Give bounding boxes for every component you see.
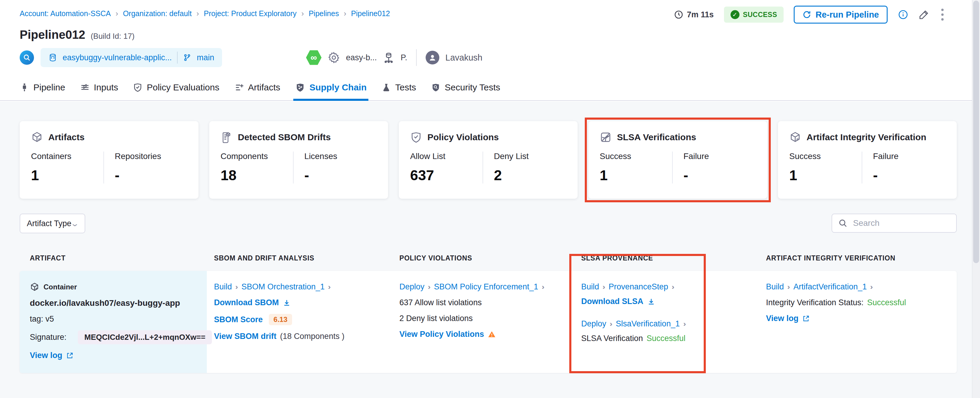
shield-search-icon	[431, 83, 441, 92]
sbom-score-badge: 6.13	[269, 314, 293, 325]
stat-label: Repositories	[115, 152, 187, 161]
download-slsa-link[interactable]: Download SLSA	[581, 297, 643, 306]
chevron-right-icon: ›	[683, 320, 686, 328]
sbom-document-icon	[221, 131, 232, 143]
harness-trigger-icon: ∞	[306, 50, 321, 66]
slsa-verify-step-link[interactable]: SlsaVerification_1	[616, 319, 680, 328]
run-duration: 7m 11s	[674, 10, 714, 19]
breadcrumb-pipeline012[interactable]: Pipeline012	[351, 9, 390, 18]
build-id: (Build Id: 17)	[91, 32, 134, 41]
external-link-icon[interactable]	[802, 315, 810, 323]
rerun-pipeline-button[interactable]: Re-run Pipeline	[794, 6, 888, 24]
sbom-step-link[interactable]: SBOM Orchestration_1	[242, 282, 325, 291]
stat-label: Success	[600, 152, 672, 161]
vertical-scrollbar[interactable]	[972, 0, 980, 398]
page-title: Pipeline012	[20, 28, 85, 42]
stat-value: -	[683, 167, 756, 184]
allow-list-violations: 637 Allow list violations	[399, 298, 572, 307]
signature-value[interactable]: MEQCICde2Vjl...L+2+mqnOXw==	[78, 330, 212, 344]
download-icon[interactable]	[647, 297, 655, 306]
artifact-type-dropdown[interactable]: Artifact Type ⌄	[20, 214, 85, 233]
breadcrumb-project[interactable]: Project: Product Exploratory	[204, 9, 297, 18]
slsa-provenance-stage-link[interactable]: Build	[581, 282, 599, 291]
policy-step-link[interactable]: SBOM Policy Enforcement_1	[434, 282, 538, 291]
trigger-name[interactable]: easy-b...	[346, 53, 377, 62]
trigger-suffix: P.	[401, 53, 407, 62]
chevron-right-icon: ›	[671, 283, 675, 291]
supply-chain-shield-icon	[295, 82, 305, 93]
artifact-type-label: Container	[43, 283, 77, 291]
repo-name-link[interactable]: easybuggy-vulnerable-applic...	[63, 53, 172, 62]
policy-stage-link[interactable]: Deploy	[399, 282, 425, 291]
user-name: Lavakush	[445, 53, 482, 63]
divider	[416, 49, 417, 66]
card-artifacts: Artifacts Containers1 Repositories-	[20, 121, 199, 199]
branch-name-link[interactable]: main	[197, 53, 214, 62]
ci-module-icon	[20, 50, 34, 65]
gear-icon	[328, 51, 340, 64]
chevron-right-icon: ›	[116, 9, 118, 18]
chevron-right-icon: ›	[602, 283, 605, 291]
slsa-provenance-step-link[interactable]: ProvenanceStep	[609, 282, 668, 291]
stat-value: 18	[221, 167, 293, 184]
pipeline-icon	[20, 83, 29, 92]
stat-label: Failure	[683, 152, 756, 161]
card-sbom-drifts: Detected SBOM Drifts Components18 Licens…	[209, 121, 388, 199]
refresh-icon	[802, 10, 811, 19]
breadcrumb-account[interactable]: Account: Automation-SSCA	[20, 9, 111, 18]
search-input[interactable]	[853, 218, 949, 228]
deny-list-violations: 2 Deny list violations	[399, 314, 572, 323]
chevron-right-icon: ›	[196, 9, 199, 18]
chevron-right-icon: ›	[344, 9, 346, 18]
slsa-verify-stage-link[interactable]: Deploy	[581, 319, 606, 328]
tab-tests[interactable]: Tests	[382, 75, 416, 100]
service-icon	[383, 52, 395, 64]
stat-value: -	[873, 167, 945, 184]
external-link-icon[interactable]	[66, 352, 74, 360]
stat-value: 1	[789, 167, 862, 184]
view-sbom-drift-link[interactable]: View SBOM drift	[214, 332, 277, 341]
column-header-slsa: SLSA PROVENANCE	[581, 254, 653, 262]
tab-supply-chain[interactable]: Supply Chain	[295, 75, 367, 100]
artifacts-list-icon	[234, 83, 244, 92]
column-header-sbom: SBOM AND DRIFT ANALYSIS	[214, 254, 315, 262]
page-header: Account: Automation-SSCA › Organization:…	[0, 0, 972, 75]
download-icon[interactable]	[283, 299, 291, 307]
stat-value: 1	[31, 167, 103, 184]
warning-triangle-icon	[488, 330, 496, 339]
integrity-status-label: Integrity Verification Status:	[766, 298, 864, 307]
pipeline-tabs: Pipeline Inputs Policy Evaluations Artif…	[0, 75, 972, 101]
cube-icon	[31, 131, 43, 143]
breadcrumb: Account: Automation-SSCA › Organization:…	[20, 9, 390, 18]
more-options-kebab-icon[interactable]	[939, 7, 945, 22]
sbom-stage-link[interactable]: Build	[214, 282, 232, 291]
divider	[177, 52, 178, 64]
slsa-status-value: Successful	[646, 334, 686, 343]
tab-inputs[interactable]: Inputs	[80, 75, 118, 100]
artifact-tag: tag: v5	[30, 315, 203, 324]
tab-policy-evaluations[interactable]: Policy Evaluations	[133, 75, 219, 100]
breadcrumb-pipelines[interactable]: Pipelines	[309, 9, 339, 18]
tab-artifacts[interactable]: Artifacts	[234, 75, 280, 100]
integrity-step-link[interactable]: ArtifactVerification_1	[794, 282, 867, 291]
tab-security-tests[interactable]: Security Tests	[431, 75, 500, 100]
tab-pipeline[interactable]: Pipeline	[20, 75, 65, 100]
cube-icon	[789, 131, 801, 143]
repo-branch-pill: easybuggy-vulnerable-applic... main	[41, 48, 222, 67]
stat-label: Components	[221, 152, 293, 161]
view-policy-violations-link[interactable]: View Policy Violations	[399, 330, 484, 339]
signature-label: Signature:	[30, 332, 67, 342]
table-row: Container docker.io/lavakush07/easy-bugg…	[20, 271, 957, 373]
chevron-right-icon: ›	[428, 283, 431, 291]
sbom-score-link[interactable]: SBOM Score	[214, 315, 263, 324]
integrity-stage-link[interactable]: Build	[766, 282, 784, 291]
scrollbar-thumb[interactable]	[973, 1, 979, 263]
sbom-cell: Build › SBOM Orchestration_1 › Download …	[214, 271, 387, 373]
stat-value: 1	[600, 167, 672, 184]
breadcrumb-organization[interactable]: Organization: default	[123, 9, 192, 18]
edit-pencil-icon[interactable]	[919, 9, 929, 20]
view-log-link[interactable]: View log	[766, 314, 799, 323]
download-sbom-link[interactable]: Download SBOM	[214, 298, 279, 307]
view-log-link[interactable]: View log	[30, 351, 62, 360]
info-icon[interactable]	[898, 9, 908, 20]
